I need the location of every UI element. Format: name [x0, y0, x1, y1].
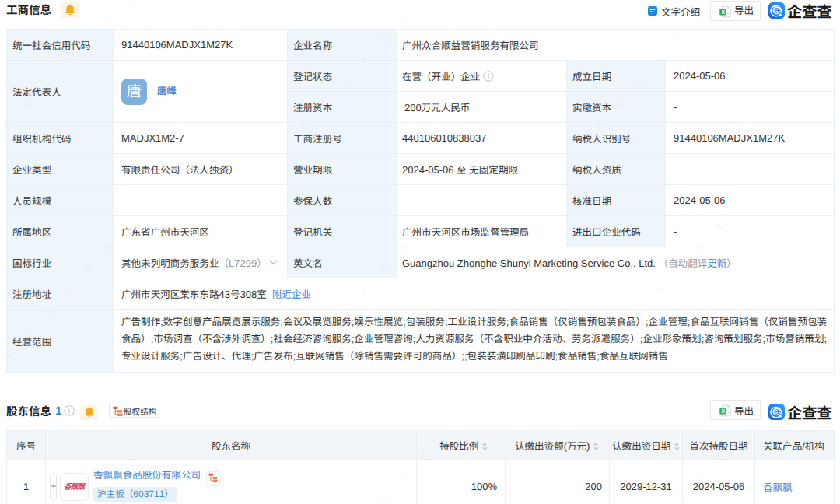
svg-text:X: X	[721, 9, 725, 16]
svg-text:X: X	[721, 408, 725, 415]
